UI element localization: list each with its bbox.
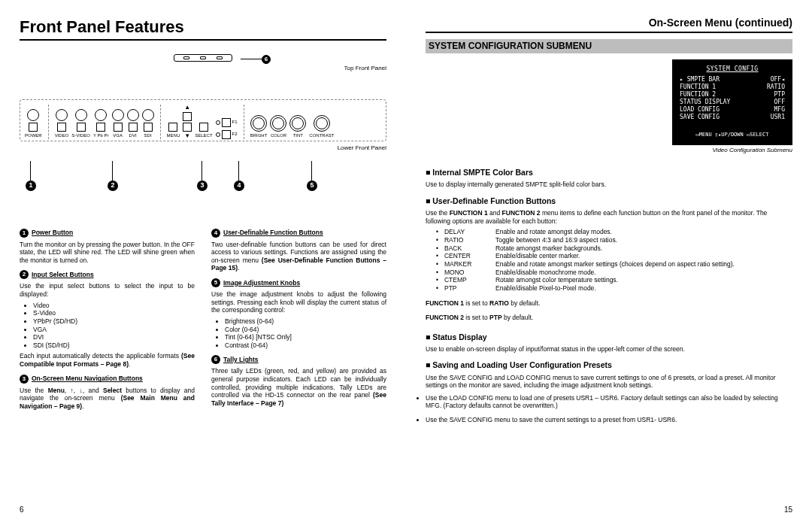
tally-led <box>183 56 189 59</box>
page-number-right: 15 <box>426 505 792 515</box>
panel-diagram: 6 Top Front Panel POWER VIDEO S-VIDEO Y … <box>20 54 386 181</box>
h-presets: Saving and Loading User Configuration Pr… <box>426 360 792 370</box>
top-panel-caption: Top Front Panel <box>20 65 386 72</box>
h-smpte: Internal SMPTE Color Bars <box>426 168 792 178</box>
h-status: Status Display <box>426 332 792 342</box>
tally-led <box>200 56 206 59</box>
page-title-right: On-Screen Menu (continued) <box>426 17 792 33</box>
osd-figure: SYSTEM CONFIG ▸ SMPTE BAROFF◂ FUNCTION 1… <box>426 59 792 155</box>
h-func: User-Definable Function Buttons <box>426 196 792 206</box>
function-options: •DELAYEnable and rotate amongst delay mo… <box>436 228 792 292</box>
page-title-left: Front Panel Features <box>20 17 386 41</box>
section-bar: SYSTEM CONFIGURATION SUBMENU <box>426 39 792 53</box>
lower-front-panel: POWER VIDEO S-VIDEO Y Pb Pr VGA DVI SDI … <box>20 99 386 141</box>
osd-caption: Video Configuration Submenu <box>712 147 792 154</box>
callout-row: 1 2 3 4 5 <box>20 161 386 181</box>
tally-led <box>217 56 223 59</box>
left-page: Front Panel Features 6 Top Front Panel P… <box>0 0 406 525</box>
osd-screen: SYSTEM CONFIG ▸ SMPTE BAROFF◂ FUNCTION 1… <box>672 59 792 146</box>
description-columns: 1Power Button Turn the monitor on by pre… <box>20 223 386 411</box>
callout-6: 6 <box>262 55 271 64</box>
right-page: On-Screen Menu (continued) SYSTEM CONFIG… <box>406 0 812 525</box>
lower-panel-caption: Lower Front Panel <box>20 144 386 152</box>
top-front-panel <box>174 54 232 62</box>
page-number-left: 6 <box>20 505 386 515</box>
